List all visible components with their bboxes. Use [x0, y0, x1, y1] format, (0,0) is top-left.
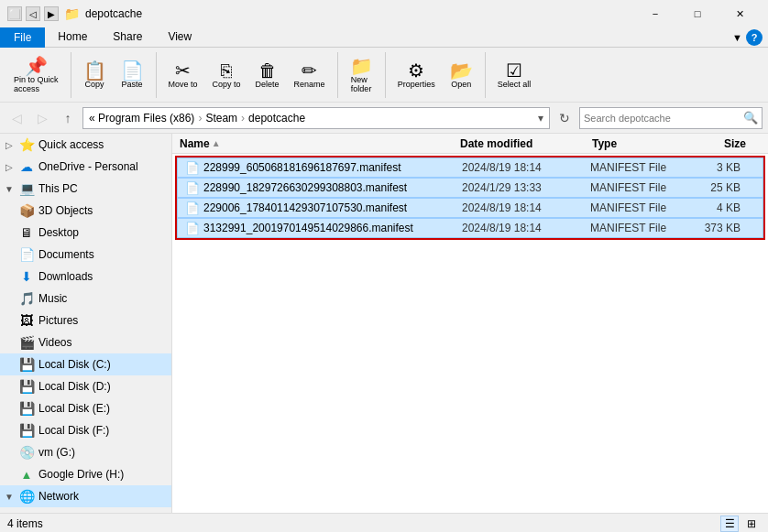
file-type: MANIFEST File [590, 161, 691, 174]
sidebar-item-3d-objects[interactable]: 📦 3D Objects [0, 200, 171, 222]
sidebar-item-quick-access[interactable]: ▷ ⭐ Quick access [0, 134, 171, 156]
sidebar-item-downloads[interactable]: ⬇ Downloads [0, 266, 171, 288]
google-drive-icon: ▲ [18, 468, 35, 482]
table-row[interactable]: 📄 3132991_2001970149514029866.manifest 2… [177, 218, 763, 238]
sidebar-item-pictures[interactable]: 🖼 Pictures [0, 309, 171, 331]
manifest-icon: 📄 [185, 181, 200, 195]
large-icons-view-button[interactable]: ⊞ [742, 516, 761, 532]
new-folder-button[interactable]: 📁 Newfolder [344, 54, 379, 96]
file-size: 25 KB [691, 181, 755, 194]
selection-box: 📄 228999_605068181696187697.manifest 202… [175, 156, 765, 240]
ribbon-options-icon[interactable]: ▼ [732, 32, 742, 43]
paste-button[interactable]: 📄 Paste [115, 59, 150, 92]
refresh-button[interactable]: ↻ [554, 107, 576, 129]
copy-button[interactable]: 📋 Copy [77, 59, 113, 92]
path-depotcache[interactable]: depotcache [248, 112, 305, 125]
sidebar-item-desktop-uri2u[interactable]: 💻 DESKTOP-URI2U [0, 507, 171, 513]
sidebar-label: vm (G:) [38, 446, 75, 459]
pin-button[interactable]: 📌 Pin to Quickaccess [7, 54, 65, 96]
move-to-button[interactable]: ✂ Move to [162, 59, 204, 92]
sidebar-item-desktop[interactable]: 🖥 Desktop [0, 222, 171, 244]
col-type-header[interactable]: Type [592, 137, 693, 150]
copy-to-button[interactable]: ⎘ Copy to [206, 59, 247, 92]
address-bar: ◁ ▷ ↑ « Program Files (x86) › Steam › de… [0, 103, 768, 134]
sidebar-item-documents[interactable]: 📄 Documents [0, 244, 171, 266]
table-row[interactable]: 📄 228999_605068181696187697.manifest 202… [177, 157, 763, 178]
up-button[interactable]: ↑ [57, 107, 79, 129]
col-size-header[interactable]: Size [697, 137, 761, 150]
onedrive-icon: ☁ [18, 159, 35, 174]
file-type: MANIFEST File [590, 181, 691, 194]
path-dropdown-icon[interactable]: ▾ [538, 112, 543, 125]
address-path[interactable]: « Program Files (x86) › Steam › depotcac… [82, 107, 550, 129]
sidebar-label: Local Disk (E:) [38, 402, 110, 415]
sidebar-item-google-drive[interactable]: ▲ Google Drive (H:) [0, 463, 171, 485]
col-name-header[interactable]: Name ▲ [180, 137, 456, 150]
sidebar-item-onedrive[interactable]: ▷ ☁ OneDrive - Personal [0, 156, 171, 178]
back-icon[interactable]: ◁ [26, 6, 40, 21]
sidebar-label: Google Drive (H:) [38, 468, 124, 481]
file-type: MANIFEST File [590, 201, 691, 214]
close-button[interactable]: ✕ [719, 0, 761, 27]
3d-objects-icon: 📦 [18, 203, 35, 218]
file-name: 229006_1784011429307107530.manifest [203, 201, 462, 214]
search-icon: 🔍 [743, 111, 758, 125]
sidebar-scroll[interactable]: ▷ ⭐ Quick access ▷ ☁ OneDrive - Personal… [0, 134, 171, 513]
sidebar-item-music[interactable]: 🎵 Music [0, 288, 171, 309]
table-row[interactable]: 📄 229006_1784011429307107530.manifest 20… [177, 198, 763, 218]
rename-button[interactable]: ✏ Rename [288, 59, 332, 92]
sidebar-item-network[interactable]: ▼ 🌐 Network [0, 485, 171, 507]
file-size: 373 KB [691, 222, 755, 234]
item-count: 4 items [7, 517, 43, 530]
col-date-header[interactable]: Date modified [460, 137, 588, 150]
file-date: 2024/8/19 18:14 [462, 222, 590, 234]
select-all-button[interactable]: ☑ Select all [491, 59, 538, 92]
properties-button[interactable]: ⚙ Properties [391, 59, 442, 92]
search-input[interactable] [584, 113, 743, 124]
delete-button[interactable]: 🗑 Delete [249, 59, 286, 92]
minimize-button[interactable]: − [634, 0, 676, 27]
sidebar-item-videos[interactable]: 🎬 Videos [0, 331, 171, 353]
open-icon: 📂 [450, 61, 473, 80]
open-button[interactable]: 📂 Open [444, 59, 479, 92]
help-icon[interactable]: ? [746, 29, 763, 46]
details-view-button[interactable]: ☰ [720, 516, 739, 532]
table-row[interactable]: 📄 228990_1829726630299308803.manifest 20… [177, 178, 763, 198]
file-size: 3 KB [691, 161, 755, 174]
sidebar-item-local-disk-d[interactable]: 💾 Local Disk (D:) [0, 375, 171, 397]
sidebar: ▷ ⭐ Quick access ▷ ☁ OneDrive - Personal… [0, 134, 172, 513]
sidebar-label: Documents [38, 248, 94, 261]
quick-access-icon: ⬜ [7, 6, 22, 21]
disk-f-icon: 💾 [18, 423, 35, 438]
tab-home[interactable]: Home [45, 27, 100, 47]
sidebar-label: Downloads [38, 270, 93, 283]
desktop-icon: 🖥 [18, 225, 35, 240]
file-date: 2024/1/29 13:33 [462, 181, 590, 194]
sidebar-item-this-pc[interactable]: ▼ 💻 This PC [0, 178, 171, 200]
path-programs[interactable]: « Program Files (x86) [89, 112, 194, 125]
column-header[interactable]: Name ▲ Date modified Type Size [172, 134, 768, 154]
file-name: 3132991_2001970149514029866.manifest [203, 222, 462, 234]
title-bar: ⬜ ◁ ▶ 📁 depotcache − □ ✕ [0, 0, 768, 27]
sidebar-item-local-disk-c[interactable]: 💾 Local Disk (C:) [0, 353, 171, 375]
tab-share[interactable]: Share [100, 27, 155, 47]
sidebar-label: Network [38, 490, 79, 503]
back-button: ◁ [5, 107, 27, 129]
copy-to-icon: ⎘ [221, 61, 232, 80]
tab-view[interactable]: View [155, 27, 204, 47]
manifest-icon: 📄 [185, 201, 200, 215]
search-box[interactable]: 🔍 [579, 107, 763, 129]
sidebar-item-vm-g[interactable]: 💿 vm (G:) [0, 441, 171, 463]
maximize-button[interactable]: □ [676, 0, 719, 27]
forward-icon[interactable]: ▶ [44, 6, 59, 21]
content-area: Name ▲ Date modified Type Size 📄 228999_… [172, 134, 768, 513]
documents-icon: 📄 [18, 247, 35, 262]
forward-button: ▷ [31, 107, 53, 129]
tab-file[interactable]: File [0, 27, 45, 48]
sidebar-label: This PC [38, 182, 78, 195]
delete-icon: 🗑 [258, 61, 277, 80]
pictures-icon: 🖼 [18, 313, 35, 328]
sidebar-item-local-disk-f[interactable]: 💾 Local Disk (F:) [0, 419, 171, 441]
sidebar-item-local-disk-e[interactable]: 💾 Local Disk (E:) [0, 397, 171, 419]
path-steam[interactable]: Steam [205, 112, 237, 125]
